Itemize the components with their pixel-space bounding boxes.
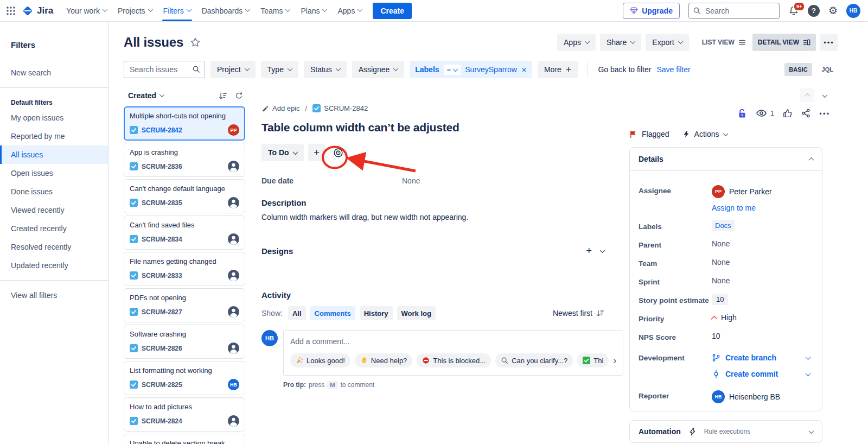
issue-card[interactable]: App is crashing SCRUM-2836	[124, 143, 245, 177]
nav-item-teams[interactable]: Teams	[255, 0, 295, 21]
comment-box[interactable]: Add a comment... Looks good! Need help?	[283, 330, 623, 376]
sidebar-item-done-issues[interactable]: Done issues	[0, 182, 108, 201]
profile-button[interactable]: HB	[846, 4, 860, 18]
status-dropdown[interactable]: To Do	[261, 144, 304, 161]
sort-by-dropdown[interactable]: Created	[128, 91, 164, 100]
activity-tab-all[interactable]: All	[288, 306, 306, 320]
sidebar-item-viewed-recently[interactable]: Viewed recently	[0, 201, 108, 219]
global-search-input[interactable]	[688, 3, 780, 19]
next-issue-button[interactable]	[821, 89, 829, 102]
chevron-down-icon[interactable]	[806, 371, 811, 376]
project-filter-dropdown[interactable]: Project	[210, 61, 256, 78]
issue-card[interactable]: Can't find saved files SCRUM-2834	[124, 215, 245, 250]
issue-card[interactable]: Can't change default language SCRUM-2835	[124, 179, 245, 213]
parent-value[interactable]: None	[712, 239, 730, 248]
sprint-value[interactable]: None	[712, 276, 730, 285]
nav-item-dashboards[interactable]: Dashboards	[196, 0, 256, 21]
sort-direction-icon[interactable]	[218, 91, 227, 100]
nav-item-your-work[interactable]: Your work	[61, 0, 112, 21]
status-filter-dropdown[interactable]: Status	[304, 61, 347, 78]
create-branch-link[interactable]: Create branch	[712, 353, 776, 362]
quick-reply-looks-good[interactable]: Looks good!	[290, 353, 350, 367]
assignee-filter-dropdown[interactable]: Assignee	[352, 61, 405, 78]
chevron-down-icon[interactable]	[600, 248, 605, 253]
description-text[interactable]: Column width markers will drag, but new …	[261, 213, 613, 221]
nps-score-value[interactable]: 10	[712, 332, 720, 340]
team-value[interactable]: None	[712, 258, 730, 267]
sidebar-item-view-all-filters[interactable]: View all filters	[0, 286, 108, 305]
nav-item-apps[interactable]: Apps	[332, 0, 367, 21]
apps-button[interactable]: Apps	[557, 34, 596, 51]
more-filters-button[interactable]: More	[538, 61, 578, 78]
issue-card[interactable]: How to add pictures SCRUM-2824	[124, 397, 245, 432]
sidebar-item-all-issues[interactable]: All issues	[0, 145, 108, 164]
help-button[interactable]	[808, 5, 820, 17]
basic-mode-button[interactable]: BASIC	[784, 63, 812, 76]
priority-value[interactable]: High	[712, 313, 737, 322]
sidebar-item-my-open-issues[interactable]: My open issues	[0, 109, 108, 127]
settings-button[interactable]	[828, 4, 838, 17]
vote-thumbs-up-icon[interactable]	[782, 108, 793, 118]
list-view-button[interactable]: LIST VIEW	[697, 34, 751, 51]
quick-replies-scroll-button[interactable]	[613, 355, 616, 366]
automation-panel[interactable]: Automation Rule executions	[629, 420, 822, 443]
issue-card[interactable]: Unable to delete section break SCRUM-282…	[124, 434, 245, 444]
refresh-icon[interactable]	[235, 92, 243, 100]
upgrade-button[interactable]: Upgrade	[623, 3, 680, 19]
watch-eye-icon[interactable]	[756, 107, 767, 119]
reporter-value[interactable]: HB Heisenberg BB	[712, 390, 780, 403]
type-filter-dropdown[interactable]: Type	[261, 61, 298, 78]
jira-logo[interactable]: Jira	[22, 5, 53, 17]
add-design-button[interactable]	[586, 245, 592, 257]
unlock-icon[interactable]	[737, 108, 748, 119]
nav-item-plans[interactable]: Plans	[295, 0, 332, 21]
issue-card[interactable]: PDFs not opening SCRUM-2827	[124, 288, 245, 322]
more-actions-icon[interactable]	[819, 109, 830, 118]
breadcrumb-issue-key[interactable]: SCRUM-2842	[312, 104, 368, 112]
detail-view-button[interactable]: DETAIL VIEW	[752, 34, 816, 51]
activity-tab-comments[interactable]: Comments	[310, 306, 355, 320]
labels-filter-operator[interactable]: =	[444, 65, 461, 75]
add-epic-button[interactable]: Add epic	[261, 104, 300, 112]
create-commit-link[interactable]: Create commit	[712, 370, 778, 378]
details-panel-header[interactable]: Details	[630, 148, 822, 171]
app-switcher-icon[interactable]	[5, 5, 16, 16]
more-options-button[interactable]	[820, 34, 838, 51]
share-icon[interactable]	[801, 108, 811, 118]
previous-issue-button[interactable]	[800, 88, 814, 102]
labels-filter-chip[interactable]: Labels = SurveySparrow	[410, 61, 532, 78]
remove-filter-icon[interactable]	[521, 65, 527, 74]
sidebar-item-resolved-recently[interactable]: Resolved recently	[0, 238, 108, 256]
chevron-down-icon[interactable]	[806, 354, 811, 360]
quick-reply-blocked[interactable]: This is blocked...	[417, 353, 491, 367]
star-favorite-icon[interactable]	[190, 37, 201, 48]
save-filter-link[interactable]: Save filter	[656, 65, 690, 74]
due-date-value[interactable]: None	[402, 176, 420, 185]
sidebar-item-new-search[interactable]: New search	[0, 64, 108, 82]
issue-card[interactable]: Multiple short-cuts not opening SCRUM-28…	[124, 106, 245, 141]
sidebar-item-created-recently[interactable]: Created recently	[0, 219, 108, 238]
actions-dropdown[interactable]: Actions	[682, 130, 727, 138]
nav-item-filters[interactable]: Filters	[158, 0, 196, 21]
sort-newest-first-button[interactable]: Newest first	[553, 309, 604, 318]
share-button[interactable]: Share	[600, 34, 641, 51]
comment-placeholder[interactable]: Add a comment...	[290, 337, 616, 346]
label-chip[interactable]: Docs	[712, 220, 735, 231]
go-back-to-filter-button[interactable]: Go back to filter	[598, 65, 651, 74]
goals-button[interactable]	[330, 144, 347, 161]
assign-to-me-link[interactable]: Assign to me	[712, 204, 772, 212]
export-button[interactable]: Export	[646, 34, 688, 51]
activity-tab-history[interactable]: History	[360, 306, 393, 320]
issue-card[interactable]: List formatting not working SCRUM-2825 H…	[124, 361, 245, 395]
quick-reply-clarify[interactable]: Can you clarify...?	[495, 353, 573, 367]
story-point-value[interactable]: 10	[712, 294, 728, 305]
create-button[interactable]: Create	[373, 3, 412, 19]
issue-card[interactable]: Software crashing SCRUM-2826	[124, 325, 245, 359]
quick-reply-need-help[interactable]: Need help?	[355, 353, 413, 367]
add-button[interactable]	[308, 144, 326, 161]
flagged-indicator[interactable]: Flagged	[629, 130, 669, 138]
jql-mode-button[interactable]: JQL	[818, 63, 838, 76]
assignee-value[interactable]: PP Peter Parker	[712, 185, 772, 198]
sidebar-item-open-issues[interactable]: Open issues	[0, 164, 108, 182]
quick-reply-truncated[interactable]: Thi	[577, 353, 609, 367]
